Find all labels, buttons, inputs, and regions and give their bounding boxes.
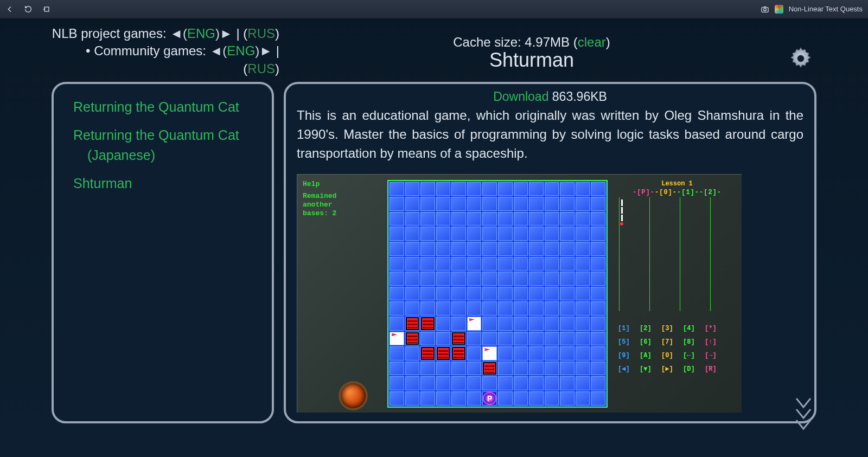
game-description: This is an educational game, which origi… bbox=[297, 106, 803, 163]
game-title: Shturman bbox=[279, 49, 784, 72]
game-list-item[interactable]: Shturman bbox=[68, 170, 272, 198]
next-lang-icon[interactable]: )► bbox=[215, 26, 233, 41]
download-size: 863.96KB bbox=[548, 89, 607, 104]
svg-rect-0 bbox=[44, 7, 49, 11]
cache-status: Cache size: 4.97MB (clear) bbox=[279, 35, 784, 50]
hud-line: Remained bbox=[303, 192, 384, 201]
download-link[interactable]: Download bbox=[493, 89, 548, 104]
game-detail-panel: Download 863.96KB This is an educational… bbox=[284, 82, 816, 423]
app-logo-icon bbox=[775, 5, 783, 14]
game-list-panel: Returning the Quantum Cat Returning the … bbox=[52, 82, 274, 423]
sep-close: ) bbox=[275, 61, 279, 76]
game-list-item[interactable]: Returning the Quantum Cat bbox=[68, 94, 272, 122]
hud-line: bases: 2 bbox=[303, 209, 384, 218]
clear-cache-link[interactable]: clear bbox=[578, 35, 606, 49]
preview-hud: Help Remained another bases: 2 bbox=[303, 180, 384, 218]
settings-button[interactable] bbox=[788, 46, 814, 74]
game-preview-image: Help Remained another bases: 2 Lesson 1 … bbox=[297, 174, 742, 413]
col-p: -[P]- bbox=[633, 189, 655, 196]
svg-point-3 bbox=[797, 55, 804, 62]
bullet-icon: • bbox=[86, 43, 94, 58]
reload-button[interactable] bbox=[24, 5, 33, 14]
sep-close: ) bbox=[275, 26, 279, 41]
back-button[interactable] bbox=[5, 5, 14, 14]
col-2: -[2]- bbox=[699, 189, 722, 196]
col-1: -[1]- bbox=[677, 189, 699, 196]
lesson-title: Lesson 1 bbox=[618, 180, 736, 188]
lesson-program-area bbox=[618, 197, 736, 311]
hud-line: another bbox=[303, 201, 384, 209]
preview-grid bbox=[387, 180, 608, 408]
community-label: Community games: bbox=[94, 43, 209, 58]
sep: | ( bbox=[236, 26, 247, 41]
cache-open: ( bbox=[570, 35, 578, 49]
community-eng-link[interactable]: ENG bbox=[227, 43, 255, 58]
scroll-down-button[interactable] bbox=[794, 396, 813, 442]
prev-lang-icon[interactable]: ◄( bbox=[210, 43, 227, 58]
cache-close: ) bbox=[606, 35, 610, 49]
cache-size: 4.97MB bbox=[525, 35, 570, 49]
nlb-label: NLB project games: bbox=[52, 26, 170, 41]
window-titlebar: Non-Linear Text Quests bbox=[0, 0, 868, 18]
collection-switcher: NLB project games: ◄(ENG)► | (RUS) • Com… bbox=[52, 25, 279, 78]
prev-lang-icon[interactable]: ◄( bbox=[170, 26, 187, 41]
lesson-keypad: [1][2][3][4][*][5][6][7][8][↑][9][A][0][… bbox=[618, 322, 736, 377]
preview-lesson-panel: Lesson 1 -[P]--[0]--[1]--[2]- [1][2][3][… bbox=[618, 180, 736, 377]
screenshot-button[interactable] bbox=[761, 5, 769, 14]
svg-point-2 bbox=[763, 8, 766, 11]
cache-prefix: Cache size: bbox=[453, 35, 525, 49]
next-lang-icon[interactable]: )► bbox=[255, 43, 272, 58]
app-title: Non-Linear Text Quests bbox=[789, 5, 863, 13]
page-body: NLB project games: ◄(ENG)► | (RUS) • Com… bbox=[0, 18, 868, 457]
page-header: NLB project games: ◄(ENG)► | (RUS) • Com… bbox=[52, 25, 816, 78]
hud-help: Help bbox=[303, 180, 384, 189]
nlb-rus-link[interactable]: RUS bbox=[247, 26, 275, 41]
game-list-item[interactable]: Returning the Quantum Cat (Japanese) bbox=[68, 122, 272, 170]
window-toggle-button[interactable] bbox=[42, 5, 51, 14]
community-rus-link[interactable]: RUS bbox=[247, 61, 275, 76]
col-o: -[0]- bbox=[655, 189, 677, 196]
nlb-eng-link[interactable]: ENG bbox=[187, 26, 215, 41]
preview-orb-icon bbox=[341, 383, 366, 408]
lesson-columns: -[P]--[0]--[1]--[2]- bbox=[618, 189, 736, 196]
